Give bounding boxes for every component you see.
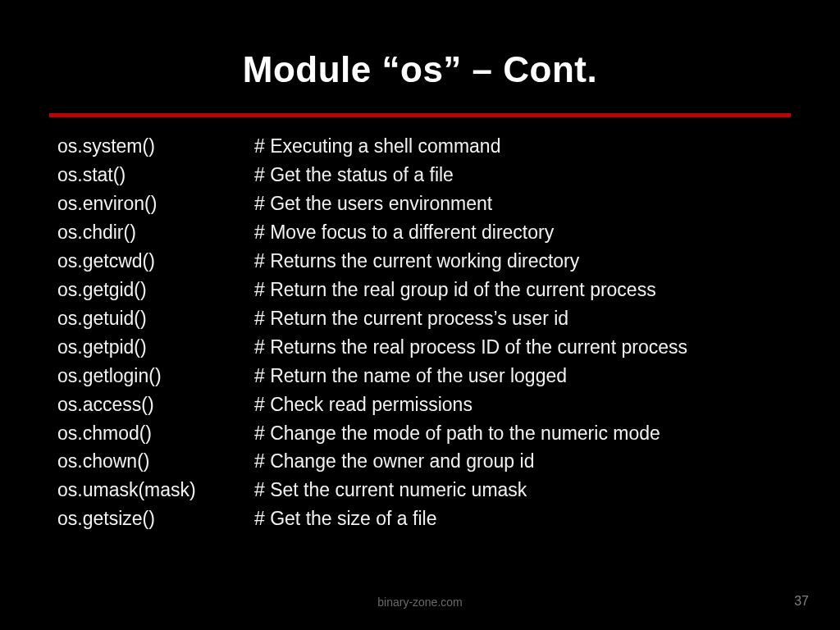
function-desc: # Check read permissions [254, 390, 783, 419]
table-row: os.stat() # Get the status of a file [57, 161, 783, 189]
function-desc: # Move focus to a different directory [254, 218, 783, 247]
function-desc: # Executing a shell command [254, 132, 783, 161]
function-desc: # Set the current numeric umask [254, 476, 783, 504]
table-row: os.chmod() # Change the mode of path to … [57, 419, 783, 448]
table-row: os.getcwd() # Returns the current workin… [57, 247, 783, 276]
function-desc: # Get the users environment [254, 189, 783, 218]
table-row: os.environ() # Get the users environment [57, 189, 783, 218]
function-name: os.chdir() [57, 218, 254, 247]
function-name: os.getsize() [57, 504, 254, 533]
function-name: os.chown() [57, 447, 254, 476]
table-row: os.getuid() # Return the current process… [57, 304, 783, 333]
table-row: os.getpid() # Returns the real process I… [57, 333, 783, 362]
function-desc: # Change the mode of path to the numeric… [254, 419, 783, 448]
table-row: os.getsize() # Get the size of a file [57, 504, 783, 533]
table-row: os.chown() # Change the owner and group … [57, 447, 783, 476]
table-row: os.system() # Executing a shell command [57, 132, 783, 161]
table-row: os.chdir() # Move focus to a different d… [57, 218, 783, 247]
content-area: os.system() # Executing a shell command … [49, 132, 791, 533]
function-name: os.system() [57, 132, 254, 161]
table-row: os.access() # Check read permissions [57, 390, 783, 419]
function-name: os.getgid() [57, 276, 254, 304]
function-desc: # Get the status of a file [254, 161, 783, 189]
slide: Module “os” – Cont. os.system() # Execut… [0, 0, 840, 630]
function-name: os.getlogin() [57, 362, 254, 390]
function-name: os.environ() [57, 189, 254, 218]
footer-text: binary-zone.com [0, 596, 840, 609]
function-desc: # Get the size of a file [254, 504, 783, 533]
function-desc: # Return the name of the user logged [254, 362, 783, 390]
function-desc: # Returns the real process ID of the cur… [254, 333, 783, 362]
table-row: os.umask(mask) # Set the current numeric… [57, 476, 783, 504]
function-name: os.getuid() [57, 304, 254, 333]
table-row: os.getgid() # Return the real group id o… [57, 276, 783, 304]
function-name: os.getpid() [57, 333, 254, 362]
function-desc: # Returns the current working directory [254, 247, 783, 276]
slide-title: Module “os” – Cont. [49, 49, 791, 90]
page-number: 37 [794, 594, 809, 609]
function-name: os.access() [57, 390, 254, 419]
function-name: os.stat() [57, 161, 254, 189]
function-desc: # Change the owner and group id [254, 447, 783, 476]
title-divider [49, 113, 791, 117]
function-desc: # Return the current process’s user id [254, 304, 783, 333]
function-name: os.getcwd() [57, 247, 254, 276]
function-name: os.chmod() [57, 419, 254, 448]
function-desc: # Return the real group id of the curren… [254, 276, 783, 304]
table-row: os.getlogin() # Return the name of the u… [57, 362, 783, 390]
function-name: os.umask(mask) [57, 476, 254, 504]
